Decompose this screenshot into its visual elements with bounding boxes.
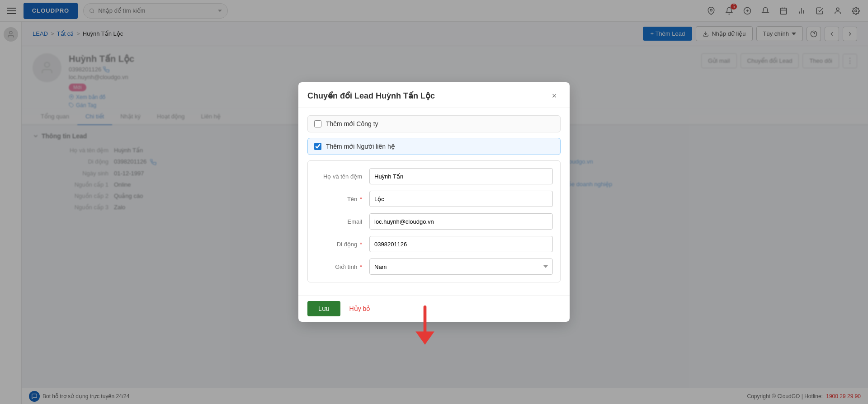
gioi-tinh-row: Giới tính * Nam Nữ Khác <box>315 258 553 275</box>
company-checkbox-section[interactable]: Thêm mới Công ty <box>307 115 561 132</box>
modal-header: Chuyển đổi Lead Huỳnh Tấn Lộc × <box>298 82 570 108</box>
ho-ten-dem-input[interactable] <box>369 168 553 184</box>
gioi-tinh-required: * <box>360 263 362 270</box>
di-dong-required: * <box>360 241 362 248</box>
ho-ten-dem-row: Họ và tên đệm <box>315 168 553 184</box>
company-checkbox[interactable] <box>314 120 321 127</box>
email-label: Email <box>315 218 369 225</box>
modal-close-button[interactable]: × <box>548 89 561 102</box>
modal-dialog: Chuyển đổi Lead Huỳnh Tấn Lộc × Thêm mới… <box>298 82 570 322</box>
di-dong-row: Di động * <box>315 236 553 252</box>
modal-overlay[interactable]: Chuyển đổi Lead Huỳnh Tấn Lộc × Thêm mới… <box>0 0 868 404</box>
contact-checkbox-label[interactable]: Thêm mới Người liên hệ <box>326 143 395 150</box>
contact-checkbox[interactable] <box>314 143 321 150</box>
contact-sub-form: Họ và tên đệm Tên * Email <box>307 160 561 282</box>
gioi-tinh-select[interactable]: Nam Nữ Khác <box>369 258 553 275</box>
ho-ten-dem-label: Họ và tên đệm <box>315 173 369 180</box>
modal-body: Thêm mới Công ty Thêm mới Người liên hệ … <box>298 108 570 295</box>
ten-input[interactable] <box>369 191 553 207</box>
ten-required: * <box>360 196 362 202</box>
company-checkbox-label[interactable]: Thêm mới Công ty <box>326 120 378 127</box>
contact-checkbox-section: Thêm mới Người liên hệ <box>307 138 561 155</box>
modal-footer: Lưu Hủy bỏ <box>298 295 570 322</box>
cancel-button[interactable]: Hủy bỏ <box>346 301 374 316</box>
di-dong-label: Di động * <box>315 241 369 248</box>
ten-label: Tên * <box>315 196 369 202</box>
ten-row: Tên * <box>315 191 553 207</box>
di-dong-input[interactable] <box>369 236 553 252</box>
email-input[interactable] <box>369 213 553 230</box>
modal-title: Chuyển đổi Lead Huỳnh Tấn Lộc <box>307 91 435 101</box>
gioi-tinh-label: Giới tính * <box>315 263 369 270</box>
save-button[interactable]: Lưu <box>307 301 340 316</box>
email-row: Email <box>315 213 553 230</box>
